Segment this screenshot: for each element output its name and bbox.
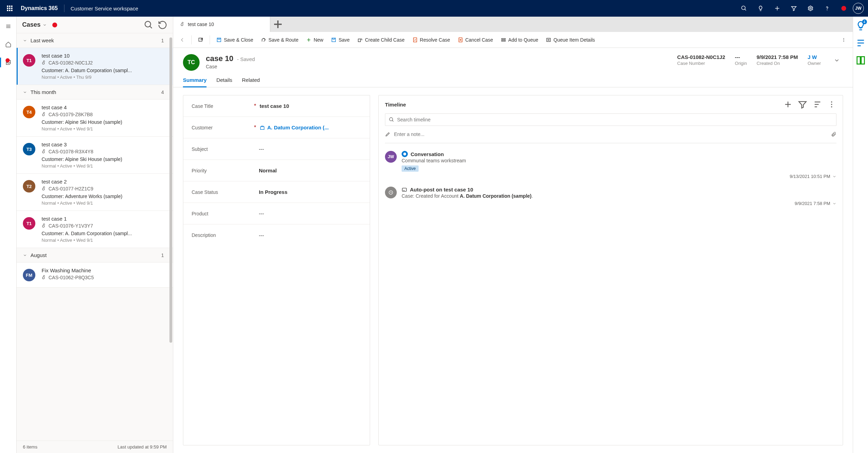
paperclip-icon[interactable]: [831, 131, 836, 137]
user-avatar[interactable]: JW: [853, 3, 864, 14]
case-item[interactable]: T1test case 1CAS-01076-Y1V3Y7Customer: A…: [17, 211, 173, 248]
save-button[interactable]: Save: [327, 34, 353, 46]
case-item-number: CAS-01078-R3X4Y8: [42, 149, 167, 154]
field-row[interactable]: Subject---: [183, 138, 370, 160]
form-tab[interactable]: Details: [216, 77, 232, 87]
last-updated-label: Last updated at 9:59 PM: [117, 444, 167, 450]
more-commands-button[interactable]: [838, 34, 850, 46]
field-row[interactable]: Case Title*test case 10: [183, 95, 370, 117]
svg-point-0: [742, 6, 745, 10]
open-new-window-button[interactable]: [194, 34, 207, 46]
smart-assist-icon[interactable]: 4: [855, 20, 866, 31]
brand-label: Dynamics 365: [21, 5, 58, 11]
svg-point-44: [831, 106, 832, 108]
refresh-icon[interactable]: [158, 20, 167, 30]
case-item[interactable]: FMFix Washing MachineCAS-01062-P8Q3C5: [17, 263, 173, 288]
cancel-case-button[interactable]: Cancel Case: [454, 34, 497, 46]
timeline-filter-icon[interactable]: [798, 100, 807, 109]
case-item-title: test case 4: [42, 104, 167, 110]
svg-line-1: [745, 9, 746, 10]
help-icon[interactable]: [819, 1, 835, 16]
scrollbar-thumb[interactable]: [169, 37, 172, 343]
timeline-item[interactable]: Auto-post on test case 10Case: Created f…: [379, 184, 843, 211]
app-launcher-button[interactable]: [4, 3, 15, 14]
form-tab[interactable]: Related: [242, 77, 260, 87]
create-child-case-button[interactable]: Create Child Case: [354, 34, 408, 46]
svg-point-45: [389, 118, 393, 121]
save-close-button[interactable]: Save & Close: [213, 34, 257, 46]
svg-point-47: [403, 153, 406, 155]
pencil-icon: [385, 131, 391, 137]
filter-icon[interactable]: [786, 1, 801, 16]
case-item[interactable]: T1test case 10CAS-01082-N0C1J2Customer: …: [17, 48, 173, 85]
case-item-title: Fix Washing Machine: [42, 267, 167, 273]
add-to-queue-button[interactable]: Add to Queue: [497, 34, 542, 46]
svg-rect-25: [358, 39, 361, 42]
knowledge-icon[interactable]: [855, 55, 866, 66]
header-field: J WOwner: [808, 54, 821, 66]
group-header[interactable]: Last week1: [17, 33, 173, 48]
timeline-sort-icon[interactable]: [812, 100, 822, 109]
search-icon[interactable]: [144, 20, 154, 30]
timeline-note-row[interactable]: [385, 129, 836, 143]
search-icon: [389, 117, 394, 122]
case-item[interactable]: T4test case 4CAS-01079-Z8K7B8Customer: A…: [17, 100, 173, 137]
timeline-item[interactable]: JWConversationCommunal teams workstreamA…: [379, 148, 843, 184]
rail-notification-dot: [6, 58, 10, 62]
home-icon[interactable]: [2, 38, 15, 51]
field-row[interactable]: PriorityNormal: [183, 160, 370, 181]
global-topbar: Dynamics 365 Customer Service workspace …: [0, 0, 868, 17]
header-expand-icon[interactable]: [831, 54, 843, 67]
timeline-add-icon[interactable]: [783, 100, 793, 109]
case-item-title: test case 10: [42, 53, 167, 59]
case-avatar: T3: [23, 143, 35, 155]
case-avatar: T1: [23, 217, 35, 230]
presence-indicator[interactable]: [836, 1, 851, 16]
timeline-search[interactable]: [385, 113, 836, 126]
form-tab[interactable]: Summary: [183, 77, 207, 87]
case-item[interactable]: T3test case 3CAS-01078-R3X4Y8Customer: A…: [17, 137, 173, 174]
record-title: case 10: [206, 54, 234, 63]
resolve-case-button[interactable]: Resolve Case: [409, 34, 454, 46]
svg-rect-21: [217, 38, 221, 42]
case-item-number: CAS-01077-H2Z1C9: [42, 186, 167, 191]
field-row[interactable]: Case StatusIn Progress: [183, 181, 370, 203]
case-count-label: 6 items: [23, 444, 37, 450]
save-route-button[interactable]: Save & Route: [257, 34, 302, 46]
back-button[interactable]: [176, 34, 188, 46]
timeline-search-input[interactable]: [397, 117, 833, 122]
chevron-down-icon: [43, 23, 47, 27]
record-entity-label: Case: [206, 64, 255, 69]
header-field: ---Origin: [735, 54, 747, 66]
case-avatar: FM: [23, 269, 35, 281]
case-item-meta: Normal • Active • Wed 9/1: [42, 126, 167, 131]
new-button[interactable]: New: [303, 34, 327, 46]
search-icon[interactable]: [736, 1, 752, 16]
case-item-number: CAS-01076-Y1V3Y7: [42, 223, 167, 229]
session-tab[interactable]: test case 10: [173, 17, 270, 32]
svg-rect-20: [199, 38, 202, 41]
queue-item-details-button[interactable]: Queue Item Details: [542, 34, 598, 46]
field-row[interactable]: Description---: [183, 224, 370, 246]
lightbulb-icon[interactable]: [753, 1, 768, 16]
case-item[interactable]: T2test case 2CAS-01077-H2Z1C9Customer: A…: [17, 174, 173, 211]
add-tab-button[interactable]: [270, 17, 286, 32]
field-row[interactable]: Product---: [183, 203, 370, 224]
header-field: 9/9/2021 7:58 PMCreated On: [756, 54, 798, 66]
add-icon[interactable]: [770, 1, 785, 16]
case-list-title[interactable]: Cases: [22, 21, 47, 28]
svg-line-46: [392, 120, 393, 121]
gear-icon[interactable]: [803, 1, 818, 16]
agent-script-icon[interactable]: [855, 37, 866, 49]
timeline-note-input[interactable]: [394, 131, 827, 137]
field-row[interactable]: Customer*A. Datum Corporation (...: [183, 117, 370, 138]
svg-rect-29: [502, 40, 506, 41]
case-avatar: T2: [23, 180, 35, 193]
case-item-number: CAS-01079-Z8K7B8: [42, 112, 167, 117]
hamburger-icon[interactable]: [2, 20, 15, 33]
group-header[interactable]: This month4: [17, 85, 173, 100]
form-tabs: SummaryDetailsRelated: [173, 71, 853, 87]
svg-point-15: [42, 225, 44, 227]
group-header[interactable]: August1: [17, 248, 173, 263]
timeline-more-icon[interactable]: [827, 100, 836, 109]
